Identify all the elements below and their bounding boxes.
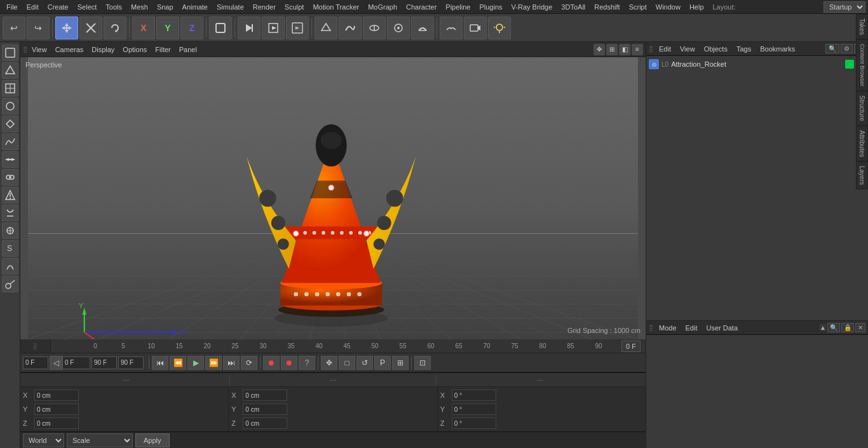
camera-button[interactable] — [464, 17, 487, 39]
obj-menu-objects[interactable]: Objects — [701, 44, 731, 54]
param-key-btn[interactable]: P — [374, 356, 391, 370]
x-scale-input[interactable] — [243, 390, 287, 401]
viewport-menu-display[interactable]: Display — [88, 44, 118, 55]
all-key-btn[interactable]: ⊞ — [392, 356, 409, 370]
end-frame2-input[interactable] — [118, 356, 144, 369]
rotate-key-btn[interactable]: ↺ — [356, 356, 373, 370]
attr-search-btn[interactable]: 🔍 — [827, 323, 840, 332]
environment-button[interactable] — [440, 17, 463, 39]
menu-select[interactable]: Select — [74, 2, 101, 12]
redo-button[interactable]: ↪ — [27, 17, 50, 39]
menu-mesh[interactable]: Mesh — [127, 2, 152, 12]
z-scale-input[interactable] — [243, 417, 287, 429]
left-tool-4[interactable] — [2, 98, 18, 114]
object-mode-button[interactable] — [209, 17, 232, 39]
attr-menu-edit[interactable]: Edit — [682, 323, 701, 333]
scale-dropdown[interactable]: Scale Absolute Scale — [67, 433, 133, 447]
render-region-button[interactable] — [262, 17, 285, 39]
left-tool-8[interactable] — [2, 169, 18, 186]
loop-btn[interactable]: ⟳ — [241, 356, 257, 370]
menu-simulate[interactable]: Simulate — [213, 2, 248, 12]
end-frame-input[interactable] — [92, 356, 117, 369]
menu-tools[interactable]: Tools — [102, 2, 126, 12]
left-tool-10[interactable] — [2, 205, 18, 221]
timeline-ruler[interactable]: ⣿ 0 5 10 15 20 25 30 35 40 45 50 55 60 6… — [20, 339, 646, 353]
step-back-btn[interactable]: ⏪ — [170, 356, 186, 370]
viewport-menu-view[interactable]: View — [28, 44, 51, 55]
x-rot-input[interactable] — [452, 390, 496, 401]
move-tool-button[interactable] — [55, 17, 78, 39]
menu-character[interactable]: Character — [402, 2, 440, 12]
record-btn[interactable]: ⏺ — [263, 356, 280, 370]
menu-motion-tracker[interactable]: Motion Tracker — [309, 2, 363, 12]
attr-up-btn[interactable]: ▲ — [820, 324, 826, 331]
attr-menu-mode[interactable]: Mode — [656, 323, 680, 333]
start-frame-input[interactable] — [23, 356, 48, 369]
viewport-menu-filter[interactable]: Filter — [151, 44, 174, 55]
generator-button[interactable] — [387, 17, 410, 39]
menu-render[interactable]: Render — [249, 2, 280, 12]
key-help-btn[interactable]: ? — [299, 356, 315, 370]
viewport-icon-2[interactable]: ⊞ — [606, 44, 618, 55]
y-rot-input[interactable] — [452, 404, 496, 415]
left-tool-11[interactable] — [2, 222, 18, 239]
obj-menu-view[interactable]: View — [677, 44, 698, 54]
obj-menu-edit[interactable]: Edit — [656, 44, 674, 54]
scale-key-btn[interactable]: □ — [339, 356, 355, 370]
left-tool-5[interactable] — [2, 116, 18, 132]
left-tool-7[interactable] — [2, 151, 18, 168]
menu-mograph[interactable]: MoGraph — [364, 2, 401, 12]
viewport-menu-cameras[interactable]: Cameras — [51, 44, 88, 55]
attr-menu-userdata[interactable]: User Data — [703, 323, 742, 333]
layout-dropdown[interactable]: Startup — [824, 1, 865, 13]
side-tab-attributes[interactable]: Attributes — [856, 126, 868, 161]
undo-button[interactable]: ↩ — [3, 17, 25, 39]
viewport-3d[interactable]: Perspective — [20, 57, 646, 339]
viewport-menu-options[interactable]: Options — [119, 44, 151, 55]
light-button[interactable] — [488, 17, 511, 39]
left-tool-2[interactable] — [2, 62, 18, 79]
menu-vray[interactable]: V-Ray Bridge — [508, 2, 557, 12]
left-tool-6[interactable] — [2, 133, 18, 150]
side-tab-content-browser[interactable]: Content Browser — [856, 39, 868, 91]
viewport-icon-1[interactable]: ✥ — [593, 44, 605, 55]
z-pos-input[interactable] — [34, 417, 79, 429]
world-dropdown[interactable]: World Local Screen — [23, 433, 64, 447]
side-tab-layers[interactable]: Layers — [856, 161, 868, 189]
z-rot-input[interactable] — [452, 417, 496, 429]
z-axis-button[interactable]: Z — [180, 17, 203, 39]
left-tool-12[interactable]: S — [2, 240, 18, 257]
menu-animate[interactable]: Animate — [179, 2, 212, 12]
scale-tool-button[interactable] — [79, 17, 102, 39]
auto-key-btn[interactable]: ⏺ — [281, 356, 297, 370]
current-frame-input[interactable] — [62, 356, 90, 369]
y-scale-input[interactable] — [243, 404, 287, 415]
menu-plugins[interactable]: Plugins — [475, 2, 506, 12]
step-fwd-btn[interactable]: ⏩ — [205, 356, 222, 370]
obj-menu-tags[interactable]: Tags — [733, 44, 754, 54]
obj-search-btn[interactable]: 🔍 — [825, 44, 839, 53]
menu-edit[interactable]: Edit — [23, 2, 43, 12]
goto-end-btn[interactable]: ⏭ — [223, 356, 240, 370]
menu-script[interactable]: Script — [625, 2, 651, 12]
geometry-button[interactable] — [315, 17, 337, 39]
obj-config-btn[interactable]: ⚙ — [841, 44, 853, 53]
viewport-icon-3[interactable]: ◧ — [619, 44, 630, 55]
y-pos-input[interactable] — [34, 404, 79, 415]
rotate-tool-button[interactable] — [104, 17, 126, 39]
left-tool-1[interactable] — [2, 44, 18, 61]
apply-button[interactable]: Apply — [135, 433, 170, 447]
deformer-button[interactable] — [411, 17, 434, 39]
menu-file[interactable]: File — [3, 2, 22, 12]
scene-render-button[interactable] — [238, 17, 261, 39]
spline-button[interactable] — [339, 17, 362, 39]
attr-close-btn[interactable]: ✕ — [855, 323, 865, 332]
menu-redshift[interactable]: Redshift — [590, 2, 623, 12]
left-tool-13[interactable] — [2, 258, 18, 275]
side-tab-structure[interactable]: Structure — [856, 91, 868, 126]
menu-create[interactable]: Create — [44, 2, 72, 12]
menu-pipeline[interactable]: Pipeline — [442, 2, 474, 12]
object-item-row[interactable]: ◎ L0 Attraction_Rocket — [646, 56, 868, 72]
menu-help[interactable]: Help — [686, 2, 708, 12]
menu-snap[interactable]: Snap — [153, 2, 177, 12]
